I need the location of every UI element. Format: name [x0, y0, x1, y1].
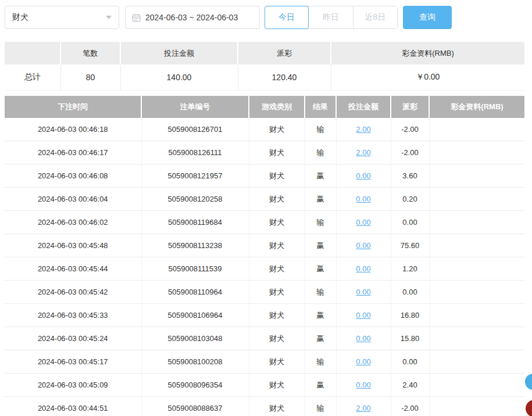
- table-row: 2024-06-03 00:45:09 5059008096354 财犬 赢 0…: [5, 374, 524, 397]
- bet-amount-link[interactable]: 2.00: [356, 148, 370, 157]
- cell-result: 赢: [305, 304, 336, 327]
- cell-bet-id: 5059008096354: [141, 374, 249, 397]
- cell-bet-amount: 0.00: [336, 257, 391, 281]
- cell-payout: -2.00: [391, 397, 429, 416]
- quick-date-button-2[interactable]: 近8日: [353, 6, 397, 28]
- summary-header-row: 笔数投注金额派彩彩金资料(RMB): [5, 42, 524, 64]
- cell-result: 输: [305, 281, 336, 304]
- cell-result: 输: [305, 397, 336, 416]
- bet-amount-link[interactable]: 0.00: [356, 241, 370, 250]
- cell-bet-id: 5059008126701: [141, 118, 249, 141]
- cell-bonus: [429, 257, 524, 281]
- cell-bonus: [429, 397, 524, 416]
- cell-bet-time: 2024-06-03 00:45:09: [5, 374, 141, 397]
- bet-amount-link[interactable]: 0.00: [356, 357, 370, 366]
- cell-game-type: 财犬: [249, 397, 305, 416]
- game-select-value: 财犬: [12, 12, 106, 23]
- bet-amount-link[interactable]: 0.00: [356, 264, 370, 273]
- bet-amount-link[interactable]: 0.00: [356, 218, 370, 227]
- summary-table: 笔数投注金额派彩彩金资料(RMB) 总计80140.00120.40￥0.00: [5, 42, 524, 91]
- cell-result: 输: [305, 141, 336, 164]
- cell-bet-id: 5059008106964: [141, 304, 249, 327]
- table-row: 2024-06-03 00:46:17 5059008126111 财犬 输 2…: [5, 141, 524, 164]
- cell-bet-amount: 0.00: [336, 188, 391, 211]
- cell-bet-id: 5059008100208: [141, 350, 249, 374]
- summary-header-cell: [5, 42, 60, 64]
- cell-result: 输: [305, 118, 336, 141]
- cell-bet-amount: 0.00: [336, 164, 391, 188]
- cell-bet-id: 5059008088637: [141, 397, 249, 416]
- bet-amount-link[interactable]: 0.00: [356, 195, 370, 203]
- cell-bet-amount: 0.00: [336, 211, 391, 234]
- cell-bet-amount: 2.00: [336, 141, 391, 164]
- bet-amount-link[interactable]: 2.00: [356, 125, 370, 134]
- cell-bet-amount: 0.00: [336, 234, 391, 257]
- cell-bonus: [429, 350, 524, 374]
- bet-amount-link[interactable]: 0.00: [356, 381, 370, 389]
- cell-payout: 15.80: [391, 327, 429, 350]
- search-button[interactable]: 查询: [403, 6, 452, 29]
- cell-bet-time: 2024-06-03 00:45:44: [5, 257, 141, 281]
- cell-bet-time: 2024-06-03 00:46:04: [5, 188, 141, 211]
- table-header-cell: 投注金额: [336, 96, 391, 118]
- table-row: 2024-06-03 00:45:17 5059008100208 财犬 输 0…: [5, 350, 524, 374]
- cell-payout: 3.60: [391, 164, 429, 188]
- cell-game-type: 财犬: [249, 304, 305, 327]
- summary-total-label: 总计: [5, 64, 60, 91]
- cell-bet-amount: 0.00: [336, 374, 391, 397]
- cell-bonus: [429, 211, 524, 234]
- table-row: 2024-06-03 00:45:48 5059008113238 财犬 赢 0…: [5, 234, 524, 257]
- cell-result: 赢: [305, 234, 336, 257]
- table-row: 2024-06-03 00:46:18 5059008126701 财犬 输 2…: [5, 118, 524, 141]
- cell-bet-id: 5059008121957: [141, 164, 249, 188]
- cell-bet-time: 2024-06-03 00:45:24: [5, 327, 141, 350]
- cell-result: 赢: [305, 327, 336, 350]
- cell-bonus: [429, 304, 524, 327]
- cell-bet-time: 2024-06-03 00:46:08: [5, 164, 141, 188]
- quick-date-button-0[interactable]: 今日: [265, 6, 309, 29]
- table-row: 2024-06-03 00:46:04 5059008120258 财犬 赢 0…: [5, 188, 524, 211]
- floating-red-button[interactable]: [526, 400, 532, 416]
- cell-bet-time: 2024-06-03 00:45:48: [5, 234, 141, 257]
- table-row: 2024-06-03 00:45:24 5059008103048 财犬 赢 0…: [5, 327, 524, 350]
- bet-amount-link[interactable]: 0.00: [356, 311, 370, 320]
- cell-bonus: [429, 118, 524, 141]
- bet-amount-link[interactable]: 0.00: [356, 171, 370, 180]
- table-row: 2024-06-03 00:45:44 5059008111539 财犬 赢 0…: [5, 257, 524, 281]
- cell-bonus: [429, 164, 524, 188]
- table-row: 2024-06-03 00:46:02 5059008119684 财犬 输 0…: [5, 211, 524, 234]
- cell-bet-id: 5059008113238: [141, 234, 249, 257]
- cell-payout: 0.00: [391, 211, 429, 234]
- summary-payout: 120.40: [238, 64, 331, 91]
- app-root: 财犬 2024-06-03 ~ 2024-06-03 今日昨日近8日: [0, 0, 532, 416]
- floating-blue-button[interactable]: [525, 374, 532, 390]
- cell-bet-id: 5059008103048: [141, 327, 249, 350]
- cell-bonus: [429, 374, 524, 397]
- date-range-input[interactable]: 2024-06-03 ~ 2024-06-03: [125, 6, 260, 29]
- cell-bet-time: 2024-06-03 00:46:17: [5, 141, 141, 164]
- summary-bet-amount: 140.00: [120, 64, 238, 91]
- cell-bonus: [429, 188, 524, 211]
- cell-payout: 16.80: [391, 304, 429, 327]
- bet-amount-link[interactable]: 0.00: [356, 288, 370, 296]
- bet-amount-link[interactable]: 2.00: [356, 404, 370, 413]
- cell-result: 赢: [305, 164, 336, 188]
- cell-bet-amount: 2.00: [336, 397, 391, 416]
- summary-header-cell: 笔数: [60, 42, 120, 64]
- table-header-cell: 游戏类别: [249, 96, 305, 118]
- cell-bet-id: 5059008110964: [141, 281, 249, 304]
- quick-date-button-1[interactable]: 昨日: [309, 6, 353, 28]
- table-header-cell: 彩金资料(RMB): [429, 96, 524, 118]
- cell-game-type: 财犬: [249, 211, 305, 234]
- cell-payout: 0.00: [391, 350, 429, 374]
- cell-bet-amount: 0.00: [336, 350, 391, 374]
- cell-payout: 0.00: [391, 281, 429, 304]
- game-select[interactable]: 财犬: [5, 6, 119, 29]
- table-row: 2024-06-03 00:45:42 5059008110964 财犬 输 0…: [5, 281, 524, 304]
- table-header-cell: 派彩: [391, 96, 429, 118]
- cell-result: 输: [305, 350, 336, 374]
- cell-bet-time: 2024-06-03 00:45:42: [5, 281, 141, 304]
- bet-amount-link[interactable]: 0.00: [356, 334, 370, 343]
- cell-result: 赢: [305, 257, 336, 281]
- chevron-down-icon: [106, 16, 112, 19]
